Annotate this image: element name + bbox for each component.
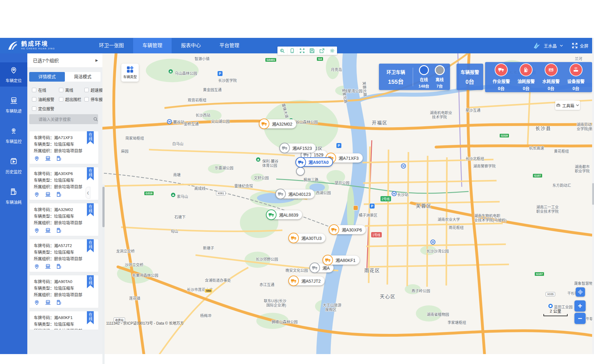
vehicle-marker[interactable]: 湘A57JT2 [289, 276, 325, 285]
map-label: 乌山森林公园 [175, 70, 197, 76]
status-filters: 在线离线超速报警油耗报警超出围栏停车报警定位报警 [32, 87, 99, 111]
export-icon[interactable] [317, 47, 327, 55]
online-stat: 在线148台 [418, 65, 429, 89]
fuel-vehicle-icon[interactable] [56, 191, 62, 197]
locate-button[interactable] [576, 287, 585, 297]
vehicle-marker[interactable]: 湘A80KF1 [323, 255, 360, 265]
save-icon[interactable] [307, 47, 317, 55]
avatar[interactable] [533, 42, 541, 50]
checkbox[interactable] [32, 106, 36, 111]
chevron-down-icon[interactable] [560, 44, 563, 47]
checkbox[interactable] [32, 88, 36, 92]
locate-vehicle-icon[interactable] [34, 227, 40, 233]
org-selection-label[interactable]: 已选7个组织 [33, 57, 59, 64]
zoom-in-button[interactable]: + [574, 300, 586, 312]
zoom-search-icon[interactable] [277, 47, 287, 55]
vehicle-card[interactable]: 车牌号码：湘A80KF1 车辆类型：垃圾压缩车 所属组织：厨余垃圾项目部 在线 [29, 311, 99, 330]
map-label: 沙坪立交桥 [125, 262, 143, 267]
checkbox[interactable] [84, 88, 89, 92]
vehicle-marker[interactable]: 湘AL8839 [266, 210, 302, 219]
map-canvas[interactable]: 智源小镇乌山森林公园长沙医学院黄金园互通观音岩枢纽月亮岛银星湾公园谷山森林公园麓… [102, 53, 594, 354]
vehicle-card[interactable]: 车牌号码：湘A57JT2 车辆类型：垃圾压缩车 所属组织：厨余垃圾项目部 在线 [29, 239, 99, 272]
vehicle-plate-label: 湘A30TU3 [301, 235, 322, 241]
expand-icon[interactable] [297, 47, 307, 55]
fuel-vehicle-icon[interactable] [56, 155, 62, 161]
vehicle-card[interactable]: 车牌号码：湘A32M02 车辆类型：垃圾压缩车 所属组织：厨余垃圾项目部 在线 [29, 203, 99, 236]
fuel-vehicle-icon[interactable] [56, 263, 62, 269]
track-vehicle-icon[interactable] [45, 155, 51, 161]
map-label: 龙洞立交桥 [116, 248, 135, 254]
nav-item-vehicle-mgmt[interactable]: 车辆管理 [133, 38, 172, 53]
fullscreen-icon [572, 43, 578, 49]
zoom-out-button[interactable]: − [574, 313, 586, 324]
fuel-vehicle-icon[interactable] [56, 299, 62, 305]
map-label: 雷锋纪念馆 [234, 183, 253, 188]
track-vehicle-icon[interactable] [45, 227, 51, 233]
page-scrollbar[interactable] [592, 38, 594, 354]
offline-truck-icon [435, 65, 445, 75]
locate-vehicle-icon[interactable] [34, 155, 40, 161]
sidebar-item-history-monitor[interactable]: 历史监控 [0, 154, 27, 178]
toolbox-button[interactable]: 工具箱 [555, 101, 580, 110]
water-alarm-icon [545, 63, 558, 76]
settings-icon[interactable] [327, 47, 337, 55]
map-toolbar [277, 47, 337, 55]
vehicle-alarm-value: 0台 [466, 77, 474, 85]
map-label: 长沙郊野公园 [256, 256, 278, 262]
locate-vehicle-icon[interactable] [34, 263, 40, 269]
filter-checkbox-离线[interactable]: 离线 [59, 87, 84, 93]
locate-vehicle-icon[interactable] [34, 299, 40, 305]
vehicle-marker[interactable]: 湘A30XP6 [329, 225, 366, 234]
vehicle-status-icon [295, 157, 306, 168]
nav-item-report-center[interactable]: 报表中心 [172, 38, 210, 53]
sidebar-item-label: 车辆监控 [6, 138, 22, 144]
locate-vehicle-icon[interactable] [34, 191, 40, 197]
org-expand-arrow[interactable]: ▶ [96, 58, 98, 62]
tab-detail-mode[interactable]: 详情模式 [29, 72, 65, 82]
filter-checkbox-在线[interactable]: 在线 [32, 87, 59, 93]
map-label: 长沙沙湾公园 [426, 248, 449, 254]
track-vehicle-icon[interactable] [45, 299, 51, 305]
sidebar: 车辆定位 车辆轨迹 车辆监控 历史监控 车辆油耗 [0, 53, 27, 354]
search-icon[interactable] [93, 117, 98, 122]
track-vehicle-icon[interactable] [45, 191, 51, 197]
sidebar-item-vehicle-fuel[interactable]: 车辆油耗 [0, 184, 27, 208]
map-label: 开福区 [372, 119, 388, 126]
fuel-vehicle-icon[interactable] [56, 227, 62, 233]
search-input[interactable] [29, 117, 93, 122]
sidebar-item-vehicle-location[interactable]: 车辆定位 [0, 62, 27, 87]
vehicle-marker[interactable]: 湘A90TA0 [295, 157, 333, 167]
vehicle-marker[interactable]: 湘AD40123 [276, 189, 315, 199]
vehicle-card[interactable]: 车牌号码：湘A71XF3 车辆类型：垃圾压缩车 所属组织：厨余垃圾项目部 在线 [29, 131, 99, 164]
mobile-device-icon[interactable] [287, 47, 297, 55]
road-shield: G107 [533, 173, 542, 178]
checkbox[interactable] [84, 97, 89, 101]
filter-checkbox-定位报警[interactable]: 定位报警 [32, 106, 59, 111]
vehicle-marker[interactable]: 湘A32M02 [259, 119, 296, 128]
map-label: 晟象智慧物流园 [574, 281, 594, 286]
filter-checkbox-超出围栏[interactable]: 超出围栏 [59, 96, 84, 102]
sidebar-item-vehicle-track[interactable]: 车辆轨迹 [0, 93, 27, 117]
vehicle-list-scrollbar[interactable] [102, 184, 105, 364]
fullscreen-button[interactable]: 全屏 [572, 43, 588, 49]
checkbox[interactable] [59, 97, 63, 101]
org-row: 所属组织：厨余垃圾项目部 [34, 327, 95, 330]
track-vehicle-icon[interactable] [45, 263, 51, 269]
vehicle-marker[interactable]: 湘A30TU3 [289, 233, 326, 243]
vehicle-card[interactable]: 车牌号码：湘A90TA0 车辆类型：垃圾压缩车 所属组织：厨余垃圾项目部 在线 [29, 275, 99, 308]
nav-item-overview-map[interactable]: 环卫一张图 [90, 38, 133, 53]
vehicle-marker[interactable]: 湘AF1523 [280, 143, 316, 153]
tab-simple-mode[interactable]: 简洁模式 [65, 72, 101, 82]
user-name[interactable]: 王水晶 [544, 43, 557, 49]
panel-collapse-handle[interactable]: ❮ [86, 187, 90, 199]
filter-checkbox-油耗报警[interactable]: 油耗报警 [32, 96, 59, 102]
nav-item-platform-mgmt[interactable]: 平台管理 [210, 38, 249, 53]
toolbox-icon [556, 103, 560, 107]
map-label: 西湖公园 [316, 190, 331, 195]
sidebar-item-vehicle-monitor[interactable]: 车辆监控 [0, 123, 27, 147]
vehicle-type-button[interactable]: 车辆类型 [121, 64, 139, 82]
checkbox[interactable] [32, 97, 36, 101]
map-label: 兰河 [575, 56, 582, 61]
type-row: 车辆类型：垃圾压缩车 [34, 249, 95, 255]
checkbox[interactable] [59, 88, 63, 92]
